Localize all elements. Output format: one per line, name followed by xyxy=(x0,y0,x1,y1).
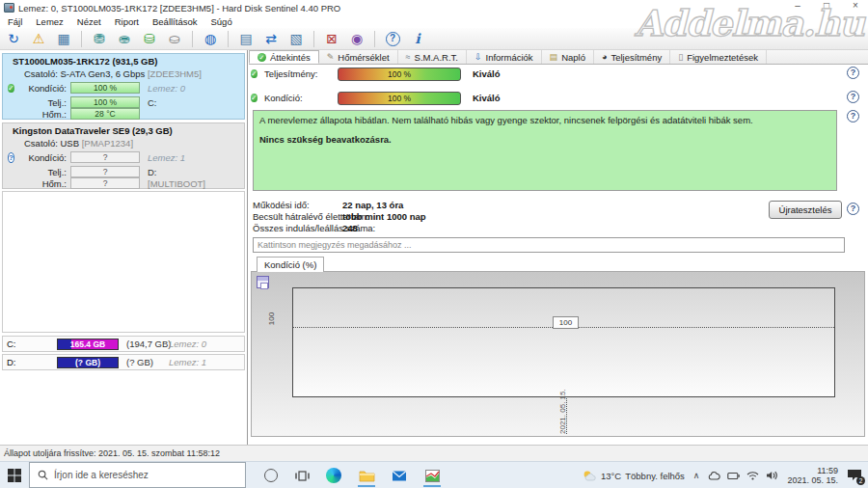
partition-row-d[interactable]: D: (? GB) (? GB) Lemez: 1 xyxy=(2,354,245,370)
volume-icon[interactable] xyxy=(766,471,778,480)
edge-button[interactable] xyxy=(321,464,346,487)
performance-bar: 100 % xyxy=(70,96,140,108)
disk-serial: [ZDEE3HM5] xyxy=(148,68,202,79)
cond-rating: Kiváló xyxy=(473,93,501,103)
weather-widget[interactable]: 13°C Többny. felhős xyxy=(583,470,685,481)
display-config-icon[interactable]: ▦ xyxy=(54,30,73,48)
temperature-bar: 28 °C xyxy=(70,108,140,120)
lifetime-value: több mint 1000 nap xyxy=(342,211,426,222)
taskbar-search[interactable]: Írjon ide a kereséshez xyxy=(29,462,246,488)
report-icon[interactable]: ▤ xyxy=(236,30,256,48)
disk-list-empty-area xyxy=(2,191,245,333)
save-chart-icon[interactable] xyxy=(257,276,269,288)
info-icon[interactable]: i xyxy=(408,30,427,48)
thermometer-icon: ✎ xyxy=(327,53,335,62)
remote-monitor-icon[interactable]: ⊠ xyxy=(322,30,341,48)
tray-expand-chevron[interactable]: ∧ xyxy=(693,471,700,480)
sync-icon[interactable]: ⇄ xyxy=(261,30,281,48)
web-status-icon[interactable]: ◉ xyxy=(347,30,366,48)
clock-time: 11:59 xyxy=(787,466,838,475)
smart-icon: ≈ xyxy=(406,53,411,62)
file-explorer-button[interactable] xyxy=(354,464,379,487)
menu-disk[interactable]: Lemez xyxy=(36,16,64,27)
tab-overview[interactable]: ✓ Áttekintés xyxy=(249,50,319,64)
tab-temperature[interactable]: ✎ Hőmérséklet xyxy=(319,50,398,64)
alerts-icon: ▯ xyxy=(678,53,683,62)
menu-settings[interactable]: Beállítások xyxy=(152,16,197,27)
hdsentinel-button[interactable] xyxy=(420,464,445,487)
menu-file[interactable]: Fájl xyxy=(8,16,22,27)
action-center-button[interactable]: 2 xyxy=(847,469,862,482)
cond-label: Kondíció: xyxy=(264,93,303,103)
toolbar-separator xyxy=(228,31,229,47)
startstop-value: 248 xyxy=(342,223,358,233)
tab-information[interactable]: ⇩ Információk xyxy=(467,50,542,64)
condition-history-chart: 100 100 2021. 05. 15. xyxy=(251,271,865,437)
disk-item-st1000[interactable]: ST1000LM035-1RK172 (931,5 GB) Csatoló: S… xyxy=(2,53,245,120)
minimize-button[interactable]: – xyxy=(791,0,804,11)
cortana-button[interactable] xyxy=(258,464,284,487)
close-button[interactable]: × xyxy=(849,0,862,11)
desktop-screen: Lemez: 0, ST1000LM035-1RK172 [ZDEE3HM5] … xyxy=(0,0,868,488)
retest-help-icon[interactable]: ? xyxy=(847,203,859,215)
cond-ok-icon: ✓ xyxy=(251,94,258,102)
disk-analyse-icon[interactable]: ⛀ xyxy=(165,30,184,48)
health-status-panel: A merevlemez állapota hibátlan. Nem talá… xyxy=(253,110,837,191)
status-help-icon[interactable]: ? xyxy=(847,110,859,122)
menu-view[interactable]: Nézet xyxy=(77,16,101,27)
battery-icon[interactable] xyxy=(727,472,740,480)
mail-button[interactable] xyxy=(387,464,412,487)
tab-alerts[interactable]: ▯ Figyelmeztetések xyxy=(670,50,767,64)
disk-name: Kingston DataTraveler SE9 xyxy=(13,125,129,136)
condition-bar: ? xyxy=(70,151,140,163)
tab-log[interactable]: ▤ Napló xyxy=(542,50,594,64)
partition-row-c[interactable]: C: 165.4 GB (194,7 GB) Lemez: 0 xyxy=(2,336,245,352)
task-view-button[interactable] xyxy=(289,464,314,487)
partition-disk: Lemez: 1 xyxy=(169,357,206,367)
cond-help-icon[interactable]: ? xyxy=(847,91,859,103)
taskbar-clock[interactable]: 11:59 2021. 05. 15. xyxy=(787,466,838,485)
performance-row: ✓ Teljesítmény: 100 % Kiváló xyxy=(249,68,868,82)
health-action-text: Nincs szükség beavatkozásra. xyxy=(259,134,830,145)
onedrive-icon[interactable] xyxy=(708,471,720,480)
performance-label: Telj.: xyxy=(3,167,67,177)
wifi-icon[interactable] xyxy=(746,471,759,480)
perf-gradient-bar: 100 % xyxy=(338,68,461,81)
menu-report[interactable]: Riport xyxy=(115,16,139,27)
disk-short-test-icon[interactable]: ⛃ xyxy=(90,30,109,48)
toolbar-separator xyxy=(374,31,375,47)
disk-item-kingston[interactable]: Kingston DataTraveler SE9 (29,3 GB) Csat… xyxy=(2,122,245,189)
network-status-icon[interactable]: ▧ xyxy=(286,30,306,48)
help-icon[interactable]: ? xyxy=(386,32,400,46)
condition-bar: 100 % xyxy=(70,82,140,94)
perf-help-icon[interactable]: ? xyxy=(847,67,859,79)
notification-count-badge: 2 xyxy=(856,476,865,485)
taskbar-tray-area: 13°C Többny. felhős ∧ 11:59 2021. 05. 15… xyxy=(583,462,868,488)
volume-label: [MULTIBOOT] xyxy=(148,178,205,189)
toolbar: ↻ ⚠ ▦ ⛃ ⛂ ⛁ ⛀ ◍ ▤ ⇄ ▧ ⊠ ◉ ? i xyxy=(0,28,868,50)
information-icon: ⇩ xyxy=(475,53,482,62)
www-icon[interactable]: ◍ xyxy=(201,30,220,48)
comment-input[interactable] xyxy=(253,237,845,253)
maximize-button[interactable]: □ xyxy=(820,0,833,11)
alert-config-icon[interactable]: ⚠ xyxy=(29,30,48,48)
retest-button[interactable]: Újratesztelés xyxy=(769,201,842,219)
cortana-icon xyxy=(264,469,278,482)
tab-smart[interactable]: ≈ S.M.A.R.T. xyxy=(398,50,467,64)
start-button[interactable] xyxy=(7,468,22,483)
menu-help[interactable]: Súgó xyxy=(210,16,231,27)
partition-total: (194,7 GB) xyxy=(126,339,171,349)
chart-tab-condition[interactable]: Kondíció (%) xyxy=(257,257,324,272)
disk-extended-test-icon[interactable]: ⛂ xyxy=(115,30,134,48)
search-icon xyxy=(38,470,48,480)
partition-total: (? GB) xyxy=(126,357,153,367)
disk-ok-test-icon[interactable]: ⛁ xyxy=(140,30,159,48)
tab-performance[interactable]: ◕ Teljesítmény xyxy=(594,50,670,64)
main-panel: ✓ Áttekintés ✎ Hőmérséklet ≈ S.M.A.R.T. … xyxy=(249,50,868,445)
perf-label: Teljesítmény: xyxy=(264,68,317,79)
health-status-text: A merevlemez állapota hibátlan. Nem talá… xyxy=(259,115,830,125)
partition-disk: Lemez: 0 xyxy=(169,339,206,349)
data-point-label: 100 xyxy=(553,316,579,329)
perf-ok-icon: ✓ xyxy=(251,69,258,78)
refresh-icon[interactable]: ↻ xyxy=(4,30,23,48)
